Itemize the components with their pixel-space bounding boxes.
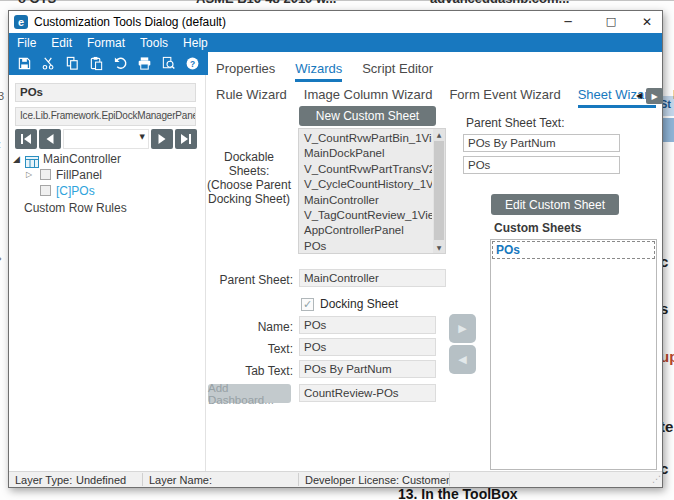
scrollbar[interactable]: ▲ ▼ — [433, 129, 445, 253]
tree-node-cpos[interactable]: [C]POs — [56, 184, 95, 198]
menu-item-format[interactable]: Format — [87, 36, 125, 50]
parent-sheet-label: Parent Sheet: — [205, 273, 293, 287]
tree-node-fillpanel[interactable]: FillPanel — [56, 168, 102, 182]
selected-control-field[interactable]: POs — [15, 83, 196, 102]
print-icon[interactable] — [136, 56, 152, 72]
tab-wizards[interactable]: Wizards — [295, 61, 342, 82]
layer-name-label: Layer Name: — [149, 474, 212, 486]
nav-last-button[interactable] — [175, 129, 197, 149]
minimize-icon[interactable]: ─ — [553, 11, 583, 33]
edit-custom-sheet-button[interactable]: Edit Custom Sheet — [491, 194, 619, 215]
tab-scroll-right-button[interactable]: ▶ — [646, 88, 663, 104]
divider — [142, 473, 143, 486]
paste-icon[interactable] — [88, 56, 104, 72]
backdrop-fragment: advanceddashb.com... — [430, 0, 569, 6]
layer-type-label: Layer Type: — [15, 474, 72, 486]
nav-dropdown[interactable]: ▼ — [63, 129, 149, 149]
list-item[interactable]: MainController — [299, 193, 432, 208]
epicor-logo-icon: e — [14, 15, 28, 29]
list-item[interactable]: V_CountRvwPartBin_1View... — [299, 131, 432, 146]
undo-icon[interactable] — [112, 56, 128, 72]
developer-license-value: Customer — [402, 474, 450, 486]
cut-icon[interactable] — [40, 56, 56, 72]
tab-script-editor[interactable]: Script Editor — [362, 61, 433, 82]
resize-grip[interactable]: ⋰ — [652, 474, 661, 484]
list-item[interactable]: V_CountRvwPartTransV2_... — [299, 162, 432, 177]
tree-node-maincontroller[interactable]: MainController — [43, 152, 121, 166]
list-item[interactable]: V_CycleCountHistory_1Vie... — [299, 177, 432, 192]
scroll-down-icon[interactable]: ▼ — [433, 242, 445, 253]
tab-scroll-right-icon: ▶ — [651, 92, 657, 101]
save-icon[interactable] — [16, 56, 32, 72]
tree-node-custom-row-rules[interactable]: Custom Row Rules — [24, 201, 127, 215]
backdrop-right-strip: St c s up te c — [662, 10, 674, 486]
list-item[interactable]: V_TagCountReview_1View... — [299, 208, 432, 223]
backdrop-fragment: 3 — [0, 90, 4, 102]
add-dashboard-button[interactable]: Add Dashboard... — [208, 384, 291, 403]
list-item[interactable]: POs — [299, 239, 432, 254]
layer-type-value: Undefined — [76, 474, 126, 486]
move-right-button[interactable]: ▶ — [449, 314, 476, 343]
nav-first-button[interactable] — [15, 129, 37, 149]
list-item[interactable]: AppControllerPanel — [299, 223, 432, 238]
dashboard-field[interactable]: CountReview-POs — [299, 384, 436, 402]
close-icon[interactable]: ✕ — [632, 11, 662, 33]
custom-sheets-label: Custom Sheets — [494, 221, 581, 235]
docking-sheet-checkbox[interactable]: ✓ — [301, 298, 314, 311]
new-custom-sheet-button[interactable]: New Custom Sheet — [299, 106, 436, 126]
list-item-selected[interactable]: POs — [492, 241, 655, 259]
tree-collapsed-icon[interactable]: ▷ — [26, 170, 32, 179]
zoom-icon[interactable] — [160, 56, 176, 72]
maximize-icon[interactable]: □ — [596, 11, 626, 33]
dockable-sheets-listbox[interactable]: V_CountRvwPartBin_1View... MainDockPanel… — [298, 128, 446, 254]
divider — [449, 473, 450, 486]
tab-form-event-wizard[interactable]: Form Event Wizard — [449, 87, 560, 108]
backdrop-left-strip: 3 : › — [0, 10, 8, 486]
menu-item-help[interactable]: Help — [183, 36, 208, 50]
backdrop-top-strip: o OTS ASME B16-48 2010 w... advanceddash… — [0, 0, 674, 10]
window-title: Customization Tools Dialog (default) — [34, 11, 226, 33]
chevron-down-icon: ▼ — [140, 133, 145, 141]
tab-text-field[interactable]: POs By PartNum — [299, 360, 436, 378]
backdrop-fragment: up — [662, 348, 674, 365]
svg-text:?: ? — [189, 59, 194, 69]
move-left-button[interactable]: ◀ — [449, 345, 476, 374]
name-field[interactable]: POs — [299, 316, 436, 334]
backdrop-fragment: : — [0, 138, 1, 150]
backdrop-fragment: 13. In the ToolBox — [398, 486, 518, 500]
text-field[interactable]: POs — [299, 338, 436, 356]
dockable-sheets-label: Dockable Sheets: (Choose Parent Docking … — [203, 150, 295, 206]
copy-icon[interactable] — [64, 56, 80, 72]
parent-sheet-text-field-2[interactable]: POs — [463, 156, 620, 174]
menu-item-file[interactable]: File — [17, 36, 36, 50]
title-bar[interactable]: e Customization Tools Dialog (default) ─… — [9, 11, 662, 33]
parent-sheet-field[interactable]: MainController — [299, 269, 446, 287]
parent-sheet-text-label: Parent Sheet Text: — [466, 116, 565, 130]
tab-text-label: Tab Text: — [205, 364, 293, 378]
list-item[interactable]: MainDockPanel — [299, 146, 432, 161]
tab-image-column-wizard[interactable]: Image Column Wizard — [304, 87, 433, 108]
backdrop-highlight-band — [662, 118, 674, 142]
backdrop-fragment: o OTS — [18, 0, 56, 6]
menu-item-edit[interactable]: Edit — [51, 36, 72, 50]
menu-item-tools[interactable]: Tools — [140, 36, 168, 50]
tree-node-icon — [40, 185, 51, 196]
customization-tools-dialog: e Customization Tools Dialog (default) ─… — [8, 10, 663, 488]
scrollbar-thumb[interactable] — [434, 141, 444, 240]
backdrop-fragment: ASME B16-48 2010 w... — [196, 0, 336, 6]
menu-bar: File Edit Format Tools Help — [9, 33, 662, 52]
backdrop-fragment: › — [0, 252, 2, 264]
parent-sheet-text-field-1[interactable]: POs By PartNum — [463, 134, 620, 152]
tab-scroll-left-icon[interactable]: ◀ — [636, 91, 642, 100]
tab-properties[interactable]: Properties — [216, 61, 275, 82]
nav-next-button[interactable] — [151, 129, 173, 149]
scroll-up-icon[interactable]: ▲ — [433, 129, 445, 140]
nav-prev-button[interactable] — [39, 129, 61, 149]
help-icon[interactable]: ? — [184, 56, 200, 72]
tab-rule-wizard[interactable]: Rule Wizard — [216, 87, 287, 108]
backdrop-fragment: St — [662, 98, 671, 110]
tab-sheet-wizard[interactable]: Sheet Wizard — [578, 87, 656, 108]
control-type-field: Ice.Lib.Framework.EpiDockManagerPane — [15, 107, 196, 126]
tree-expanded-icon[interactable]: ◢ — [13, 154, 20, 164]
custom-sheets-listbox[interactable]: POs — [490, 239, 657, 470]
